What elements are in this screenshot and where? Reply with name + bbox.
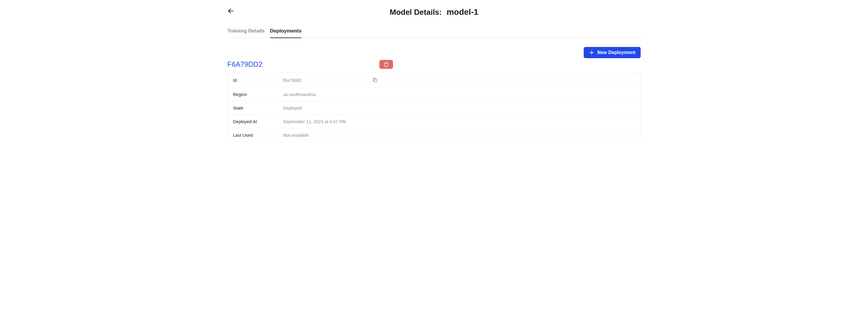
trash-icon <box>383 62 389 67</box>
details-row-deployed-at: Deployed At September 11, 2023 at 6:47 P… <box>228 115 640 128</box>
details-row-last-used: Last Used Not available <box>228 128 640 142</box>
details-row-region: Region us-southcarolina <box>228 88 640 101</box>
details-value: us-southcarolina <box>283 92 372 97</box>
details-label: Last Used <box>233 132 283 138</box>
model-name: model-1 <box>447 7 478 17</box>
deployment-details-table: Id f6a79dd2 Region us-southcarolina Stat… <box>227 72 641 142</box>
details-label: State <box>233 106 283 111</box>
details-value: f6a79dd2 <box>283 78 372 83</box>
tab-deployments[interactable]: Deployments <box>270 26 302 38</box>
page-title-label: Model Details: <box>390 8 442 17</box>
copy-id-button[interactable] <box>372 77 378 83</box>
new-deployment-button[interactable]: New Deployment <box>584 47 641 58</box>
details-label: Region <box>233 92 283 97</box>
page-header: Model Details: model-1 <box>226 6 642 17</box>
copy-icon <box>372 77 378 83</box>
svg-rect-3 <box>374 79 377 82</box>
plus-icon <box>589 50 594 55</box>
delete-deployment-button[interactable] <box>379 60 393 69</box>
deployment-header: F6A79DD2 <box>227 60 641 69</box>
details-label: Deployed At <box>233 119 283 124</box>
back-arrow-icon <box>227 7 235 14</box>
details-row-state: State Deployed <box>228 101 640 115</box>
tabs: Training Details Deployments <box>226 26 642 38</box>
details-label: Id <box>233 78 283 83</box>
toolbar: New Deployment <box>227 47 641 58</box>
details-value: September 11, 2023 at 6:47 PM <box>283 119 372 124</box>
deployment-id-link[interactable]: F6A79DD2 <box>227 60 379 68</box>
tab-training-details[interactable]: Training Details <box>227 26 265 38</box>
details-row-id: Id f6a79dd2 <box>228 72 640 88</box>
details-value: Not available <box>283 132 372 138</box>
new-deployment-label: New Deployment <box>597 50 636 55</box>
details-value: Deployed <box>283 106 372 111</box>
back-button[interactable] <box>227 7 235 14</box>
